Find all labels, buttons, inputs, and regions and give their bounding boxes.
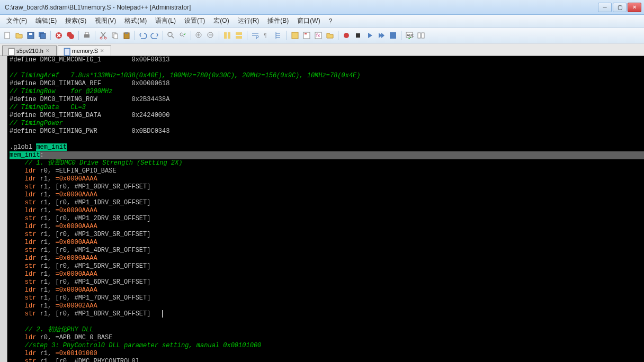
code-line[interactable]: str r1, [r0, #MP1_2DRV_SR_OFFSET] (10, 215, 644, 223)
code-line[interactable]: str r1, [r0, #MP1_6DRV_SR_OFFSET] (10, 278, 644, 286)
spellcheck-icon[interactable]: ABC (404, 30, 415, 41)
menu-edit[interactable]: 编辑(E) (31, 15, 61, 27)
code-line[interactable]: #define DMC0_TIMING_DATA 0x24240000 (10, 112, 644, 120)
stop-icon[interactable] (353, 30, 363, 41)
code-line[interactable]: str r1, [r0, #MP1_3DRV_SR_OFFSET] (10, 231, 644, 239)
code-line[interactable]: // 2. 初始化PHY DLL (10, 326, 644, 334)
save-macro-icon[interactable] (388, 30, 398, 41)
menu-file[interactable]: 文件(F) (2, 15, 31, 27)
code-line[interactable]: str r1, [r0, #MP1_5DRV_SR_OFFSET] (10, 263, 644, 270)
code-line[interactable]: .globl mem_init (10, 143, 644, 151)
doc-map-icon[interactable] (301, 30, 312, 41)
code-line[interactable]: ldr r1, =0x0000AAAA (10, 223, 644, 231)
undo-icon[interactable] (138, 30, 148, 41)
code-line[interactable]: // TimingRow for @200MHz (10, 88, 644, 96)
svg-rect-0 (5, 32, 10, 39)
toolbar-separator (135, 31, 135, 40)
code-line[interactable]: ldr r0, =APB_DMC_0_BASE (10, 334, 644, 342)
svg-text:fx: fx (316, 33, 320, 38)
save-all-icon[interactable] (37, 30, 48, 41)
code-line[interactable]: str r1, [r0, #MP1_4DRV_SR_OFFSET] (10, 247, 644, 255)
cut-icon[interactable] (98, 30, 109, 41)
print-icon[interactable] (82, 30, 92, 41)
ud-lang-icon[interactable] (290, 30, 300, 41)
code-line[interactable]: #define DMC0_TIMINGA_REF 0x00000618 (10, 80, 644, 88)
code-area[interactable]: #define DMC0_MEMCONFIG_1 0x00F00313// Ti… (7, 56, 644, 362)
menu-macro[interactable]: 宏(O) (209, 15, 233, 27)
maximize-button[interactable]: ▢ (613, 3, 627, 12)
play-multi-icon[interactable] (376, 30, 387, 41)
code-line[interactable]: ldr r1, =0x0000AAAA (10, 191, 644, 199)
code-line[interactable]: str r1, [r0, #DMC_PHYCONTROL0] (10, 358, 644, 362)
menu-view[interactable]: 视图(V) (91, 15, 120, 27)
minimize-button[interactable]: ─ (598, 3, 612, 12)
play-icon[interactable] (364, 30, 375, 41)
code-line[interactable]: // 1. 设置DMC0 Drive Strength (Setting 2X) (10, 159, 644, 167)
code-line[interactable]: mem_init: (10, 151, 644, 159)
zoom-out-icon[interactable] (205, 30, 216, 41)
func-list-icon[interactable]: fx (313, 30, 324, 41)
code-line[interactable]: ldr r1, =0x0000AAAA (10, 175, 644, 183)
tab-s5pv210[interactable]: s5pv210.h ✕ (2, 46, 57, 56)
close-file-icon[interactable] (53, 30, 64, 41)
code-line[interactable]: ldr r1, =0x0000AAAA (10, 239, 644, 247)
tab-memory-s[interactable]: memory.S ✕ (58, 46, 111, 56)
show-all-icon[interactable]: ¶ (262, 30, 272, 41)
tab-close-icon[interactable]: ✕ (46, 48, 51, 53)
compare-icon[interactable] (416, 30, 426, 41)
code-line[interactable]: // TimingPower (10, 120, 644, 128)
wrap-icon[interactable] (250, 30, 261, 41)
open-file-icon[interactable] (14, 30, 24, 41)
menu-search[interactable]: 搜索(S) (61, 15, 91, 27)
code-line[interactable]: #define DMC0_TIMING_PWR 0x0BDC0343 (10, 128, 644, 135)
replace-icon[interactable] (177, 30, 188, 41)
record-icon[interactable] (341, 30, 352, 41)
indent-guide-icon[interactable] (273, 30, 284, 41)
save-icon[interactable] (25, 30, 36, 41)
code-line[interactable]: // TimingData CL=3 (10, 104, 644, 112)
code-line[interactable]: // TimingAref 7.8us*133MHz=1038(0x40E), … (10, 72, 644, 80)
code-line[interactable]: #define DMC0_MEMCONFIG_1 0x00F00313 (10, 56, 644, 64)
menu-format[interactable]: 格式(M) (120, 15, 151, 27)
sync-v-icon[interactable] (222, 30, 232, 41)
code-line[interactable]: ldr r1, =0x00101000 (10, 350, 644, 358)
menu-window[interactable]: 窗口(W) (293, 15, 324, 27)
code-line[interactable]: ldr r0, =ELFIN_GPIO_BASE (10, 167, 644, 175)
sync-h-icon[interactable] (234, 30, 244, 41)
svg-point-30 (344, 33, 349, 38)
code-line[interactable]: ldr r1, =0x0000AAAA (10, 286, 644, 294)
find-icon[interactable] (166, 30, 176, 41)
titlebar: C:\raw_board\6.sdram\BL1\memory.S - Note… (0, 0, 644, 15)
code-line[interactable] (10, 318, 644, 326)
code-line[interactable]: str r1, [r0, #MP1_1DRV_SR_OFFSET] (10, 199, 644, 207)
code-line[interactable] (10, 64, 644, 72)
menu-run[interactable]: 运行(R) (234, 15, 264, 27)
tab-label: memory.S (72, 48, 98, 54)
toolbar-separator (247, 31, 247, 40)
menu-language[interactable]: 语言(L) (151, 15, 180, 27)
code-line[interactable]: ldr r1, =0x0000AAAA (10, 207, 644, 215)
menu-plugins[interactable]: 插件(B) (263, 15, 293, 27)
paste-icon[interactable] (121, 30, 132, 41)
code-line[interactable]: ldr r1, =0x00002AAA (10, 302, 644, 310)
code-line[interactable] (10, 135, 644, 143)
new-file-icon[interactable] (2, 30, 13, 41)
code-line[interactable]: #define DMC0_TIMING_ROW 0x2B34438A (10, 96, 644, 104)
code-line[interactable]: ldr r1, =0x0000AAAA (10, 270, 644, 278)
close-button[interactable]: ✕ (628, 3, 641, 12)
code-line[interactable]: str r1, [r0, #MP1_8DRV_SR_OFFSET] (10, 310, 644, 318)
code-line[interactable]: ldr r1, =0x0000AAAA (10, 255, 644, 263)
copy-icon[interactable] (110, 30, 120, 41)
code-line[interactable]: str r1, [r0, #MP1_7DRV_SR_OFFSET] (10, 294, 644, 302)
menu-help[interactable]: ? (325, 16, 337, 26)
menu-settings[interactable]: 设置(T) (180, 15, 209, 27)
code-line[interactable]: //step 3: PhyControl0 DLL parameter sett… (10, 342, 644, 350)
tab-close-icon[interactable]: ✕ (100, 48, 105, 53)
folder-view-icon[interactable] (325, 30, 335, 41)
editor[interactable]: #define DMC0_MEMCONFIG_1 0x00F00313// Ti… (0, 56, 644, 362)
code-line[interactable]: str r1, [r0, #MP1_0DRV_SR_OFFSET] (10, 183, 644, 191)
close-all-icon[interactable] (65, 30, 76, 41)
zoom-in-icon[interactable] (194, 30, 204, 41)
redo-icon[interactable] (149, 30, 160, 41)
svg-rect-21 (228, 32, 230, 39)
